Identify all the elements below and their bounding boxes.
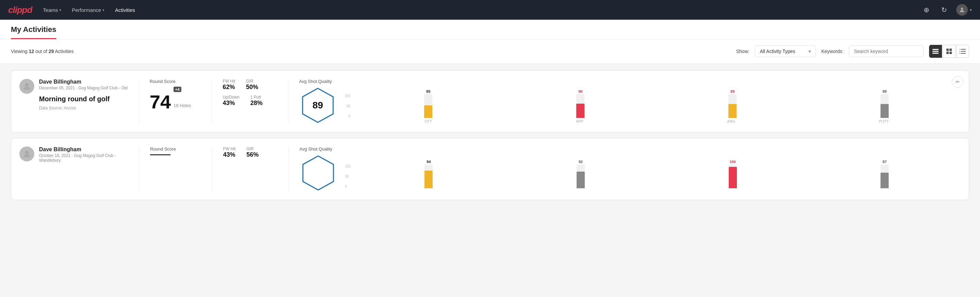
stat-row-3: FW Hit 43% GIR 56% xyxy=(223,147,277,158)
fw-hit-label: FW Hit xyxy=(223,79,235,84)
divider xyxy=(288,79,288,124)
activity-title: Morning round of golf xyxy=(39,95,128,103)
chart-x-labels: OTT APP ARG PUTT xyxy=(353,119,961,123)
updown-label: Up/Down xyxy=(223,95,239,99)
putt2-value: 87 xyxy=(883,160,887,164)
edit-button[interactable]: ✏ xyxy=(952,76,963,88)
gir-stat: GIR 50% xyxy=(246,79,258,91)
arg-bar-fill xyxy=(729,104,737,118)
chart-bar-ott-2: 94 xyxy=(353,160,505,188)
refresh-button[interactable]: ↻ xyxy=(939,5,950,15)
hexagon-score: 89 xyxy=(312,100,323,111)
divider xyxy=(138,79,139,124)
x-label-arg: ARG xyxy=(727,119,735,123)
score-display: 74 +4 18 Holes xyxy=(150,87,201,112)
navbar-left: clippd Teams ▾ Performance ▾ Activities xyxy=(8,5,135,15)
chart-bar-arg: 89 xyxy=(656,89,808,118)
chart-bar-arg-2: 106 xyxy=(657,160,809,188)
logo: clippd xyxy=(8,5,32,15)
y-label-50: 50 xyxy=(346,104,350,108)
y2-label-50: 50 xyxy=(345,175,351,179)
ott-value: 85 xyxy=(426,89,430,93)
list-compact-view-button[interactable] xyxy=(929,45,942,58)
score-badge: +4 xyxy=(173,87,181,92)
chart-bar-ott: 85 xyxy=(353,89,504,118)
svg-rect-2 xyxy=(932,51,939,52)
fw-hit-stat: FW Hit 62% xyxy=(223,79,235,91)
one-putt-label: 1 Putt xyxy=(250,95,262,99)
avatar xyxy=(19,79,34,94)
score-number: 74 xyxy=(150,93,171,112)
nav-teams-label: Teams xyxy=(43,7,58,13)
nav-activities[interactable]: Activities xyxy=(115,6,135,14)
user-details-2: Dave Billingham October 16, 2021 · Gog M… xyxy=(39,147,128,163)
round-score-section-2: Round Score xyxy=(150,147,201,155)
stat-row-2: Up/Down 43% 1 Putt 28% xyxy=(223,95,277,107)
gir-label-2: GIR xyxy=(247,147,259,151)
user-meta: December 05, 2021 · Gog Magog Golf Club … xyxy=(39,86,128,90)
activity-type-dropdown[interactable]: All Activity Types ▾ xyxy=(755,46,816,57)
user-menu-button[interactable]: ▾ xyxy=(956,4,972,16)
user-name-2: Dave Billingham xyxy=(39,147,128,153)
page-title: My Activities xyxy=(11,25,56,39)
putt-value: 89 xyxy=(883,89,887,93)
divider-4 xyxy=(288,147,289,192)
putt-bar-bg xyxy=(880,94,889,118)
chart-bars: 100 50 0 85 90 xyxy=(345,87,961,118)
avg-shot-section: Avg Shot Quality 89 100 50 xyxy=(299,79,961,124)
arg-value: 89 xyxy=(730,89,735,93)
viewing-mid: out of xyxy=(34,49,49,54)
svg-rect-13 xyxy=(959,53,960,54)
grid-view-button[interactable] xyxy=(943,45,956,58)
view-toggle xyxy=(929,45,969,58)
one-putt-stat: 1 Putt 28% xyxy=(250,95,262,107)
activity-type-chevron-icon: ▾ xyxy=(808,49,811,54)
score-holes: 18 Holes xyxy=(173,103,191,108)
user-name: Dave Billingham xyxy=(39,79,128,85)
nav-teams-chevron-icon: ▾ xyxy=(59,8,61,12)
one-putt-value: 28% xyxy=(250,99,262,107)
svg-rect-8 xyxy=(961,49,966,50)
chart-bars-2: 100 50 0 94 92 xyxy=(345,158,961,188)
activity-type-value: All Activity Types xyxy=(760,49,795,54)
svg-marker-17 xyxy=(303,156,334,190)
viewing-total: 29 xyxy=(49,49,54,54)
list-expanded-view-button[interactable] xyxy=(956,45,969,58)
activity-card-2: Dave Billingham October 16, 2021 · Gog M… xyxy=(11,138,969,200)
nav-activities-label: Activities xyxy=(115,7,135,13)
nav-performance[interactable]: Performance ▾ xyxy=(72,6,104,14)
svg-point-16 xyxy=(25,150,29,154)
svg-rect-4 xyxy=(947,49,949,51)
chart-bar-putt-2: 87 xyxy=(808,160,961,188)
avg-shot-label-2: Avg Shot Quality xyxy=(299,147,961,152)
y2-label-0: 0 xyxy=(345,185,351,188)
svg-point-0 xyxy=(961,8,963,10)
stats-section-2: FW Hit 43% GIR 56% xyxy=(223,147,277,163)
viewing-text: Viewing 12 out of 29 Activities xyxy=(11,49,731,54)
shot-quality-chart: 100 50 0 85 90 xyxy=(345,87,961,123)
fw-hit-value: 62% xyxy=(223,84,235,91)
chart-y-axis-2: 100 50 0 xyxy=(345,164,351,188)
hexagon-container-2 xyxy=(299,154,337,192)
navbar: clippd Teams ▾ Performance ▾ Activities … xyxy=(0,0,980,20)
ott2-value: 94 xyxy=(426,160,431,164)
avg-shot-section-2: Avg Shot Quality 100 50 0 xyxy=(299,147,961,192)
stats-section: FW Hit 62% GIR 50% Up/Down 43% 1 Putt 28… xyxy=(223,79,277,111)
updown-stat: Up/Down 43% xyxy=(223,95,239,107)
arg2-value: 106 xyxy=(729,160,735,164)
nav-teams[interactable]: Teams ▾ xyxy=(43,6,61,14)
svg-rect-9 xyxy=(961,51,966,52)
gir-value: 50% xyxy=(246,84,258,91)
svg-rect-1 xyxy=(932,49,939,50)
x-label-ott: OTT xyxy=(425,119,432,123)
toolbar: Viewing 12 out of 29 Activities Show: Al… xyxy=(0,40,980,64)
svg-rect-3 xyxy=(932,53,939,54)
gir-stat-2: GIR 56% xyxy=(247,147,259,158)
search-input[interactable] xyxy=(849,46,924,57)
divider-2 xyxy=(139,147,139,192)
round-score-label-2: Round Score xyxy=(150,147,201,152)
navbar-right: ⊕ ↻ ▾ xyxy=(921,4,972,16)
user-meta-2: October 16, 2021 · Gog Magog Golf Club -… xyxy=(39,153,128,163)
app-bar-bg xyxy=(576,94,584,118)
add-button[interactable]: ⊕ xyxy=(921,5,932,15)
